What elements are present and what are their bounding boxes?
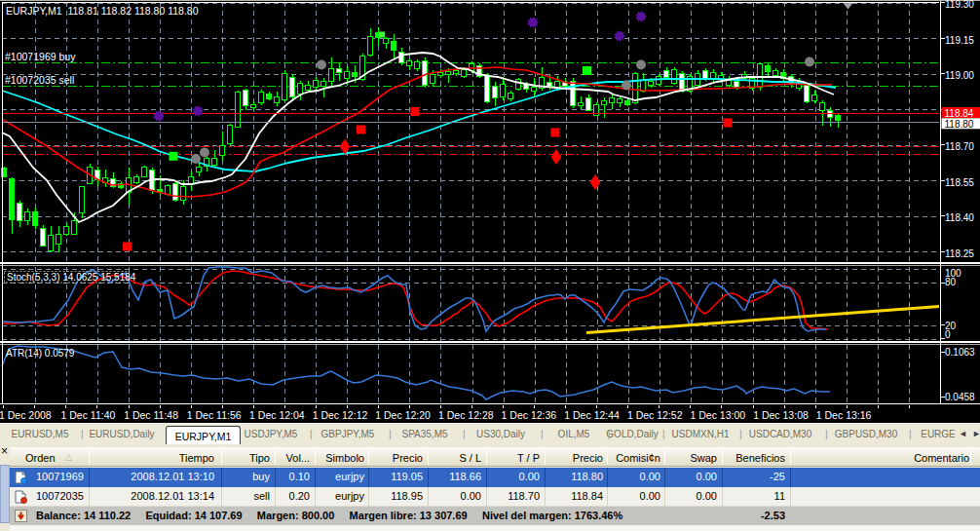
svg-text:119.00: 119.00 <box>945 70 974 81</box>
svg-text:118.70: 118.70 <box>945 141 974 152</box>
svg-text:0.0458: 0.0458 <box>945 392 975 402</box>
svg-text:EURJPY,M1 118.81 118.82 118.8: EURJPY,M1 118.81 118.82 118.80 118.80 <box>6 5 199 17</box>
svg-text:118.25: 118.25 <box>945 248 974 259</box>
svg-text:1 Dec 13:00: 1 Dec 13:00 <box>690 409 745 421</box>
svg-text:1 Dec 12:28: 1 Dec 12:28 <box>438 409 494 421</box>
svg-text:1 Dec 2008: 1 Dec 2008 <box>0 409 52 421</box>
svg-text:#10071969 buy: #10071969 buy <box>5 51 76 62</box>
svg-text:119.30: 119.30 <box>945 0 974 10</box>
svg-text:1 Dec 12:20: 1 Dec 12:20 <box>375 409 431 421</box>
svg-text:0.1063: 0.1063 <box>945 347 975 358</box>
svg-text:1 Dec 12:52: 1 Dec 12:52 <box>627 409 683 421</box>
svg-text:119.15: 119.15 <box>945 35 974 46</box>
svg-text:1 Dec 12:04: 1 Dec 12:04 <box>249 409 305 421</box>
svg-text:#10072035 sell: #10072035 sell <box>5 74 74 86</box>
svg-text:1 Dec 13:16: 1 Dec 13:16 <box>816 409 872 421</box>
svg-text:1 Dec 12:36: 1 Dec 12:36 <box>502 409 557 421</box>
svg-text:118.40: 118.40 <box>945 212 974 223</box>
svg-text:1 Dec 11:48: 1 Dec 11:48 <box>124 409 178 421</box>
svg-text:118.80: 118.80 <box>945 119 974 130</box>
svg-text:1 Dec 11:56: 1 Dec 11:56 <box>187 409 242 421</box>
svg-text:ATR(14) 0.0579: ATR(14) 0.0579 <box>6 348 75 359</box>
svg-text:118.84: 118.84 <box>945 108 974 119</box>
svg-text:118.55: 118.55 <box>945 177 974 188</box>
svg-text:0: 0 <box>945 329 951 340</box>
svg-text:1 Dec 11:40: 1 Dec 11:40 <box>60 409 115 421</box>
svg-text:1 Dec 12:44: 1 Dec 12:44 <box>564 409 620 421</box>
svg-text:1 Dec 12:12: 1 Dec 12:12 <box>313 409 368 421</box>
svg-text:80: 80 <box>945 277 957 287</box>
svg-text:1 Dec 13:08: 1 Dec 13:08 <box>753 409 809 421</box>
svg-text:Stoch(5,3,3) 14.0625 15.5184: Stoch(5,3,3) 14.0625 15.5184 <box>7 272 136 283</box>
